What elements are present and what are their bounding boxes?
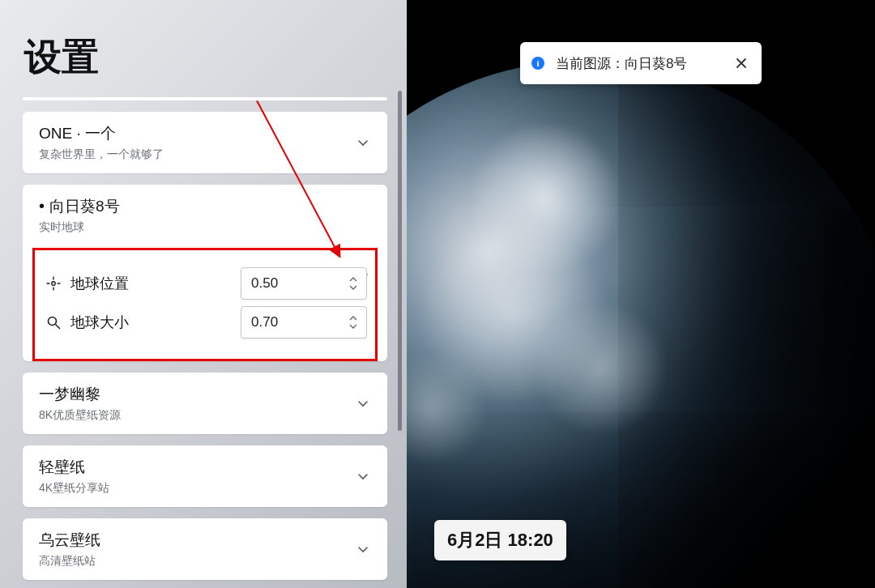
- source-title: 向日葵8号: [39, 196, 371, 217]
- scrollbar-thumb[interactable]: [398, 91, 402, 431]
- earth-position-input[interactable]: 0.50: [241, 267, 367, 300]
- settings-panel: 设置 ONE · 一个 复杂世界里，一个就够了 向日葵8号 实时地球: [0, 0, 407, 588]
- close-icon[interactable]: [734, 56, 749, 70]
- chevron-down-icon: [356, 136, 369, 149]
- source-item-himawari[interactable]: 向日葵8号 实时地球 地球位置 0.50: [23, 185, 387, 361]
- chevron-down-icon: [356, 470, 369, 483]
- stepper-icon[interactable]: [348, 275, 360, 292]
- svg-point-0: [52, 282, 55, 285]
- earth-size-label: 地球大小: [70, 313, 129, 332]
- crosshair-icon: [43, 275, 64, 292]
- source-subtitle: 高清壁纸站: [39, 554, 371, 569]
- source-list: ONE · 一个 复杂世界里，一个就够了 向日葵8号 实时地球: [23, 97, 387, 588]
- chevron-down-icon: [356, 397, 369, 410]
- current-source-toast: i 当前图源：向日葵8号: [520, 42, 762, 84]
- clock-badge: 6月2日 18:20: [434, 520, 566, 560]
- himawari-settings-group: 地球位置 0.50: [32, 248, 378, 361]
- magnifier-icon: [43, 314, 64, 330]
- scrollbar[interactable]: [398, 91, 402, 575]
- info-icon: i: [531, 57, 544, 70]
- setting-row-earth-size: 地球大小 0.70: [43, 305, 367, 339]
- source-item-ymyl[interactable]: 一梦幽黎 8K优质壁纸资源: [23, 373, 387, 434]
- source-subtitle: 8K优质壁纸资源: [39, 408, 371, 423]
- earth-position-value: 0.50: [251, 275, 278, 292]
- earth-position-label: 地球位置: [70, 274, 129, 293]
- setting-row-earth-position: 地球位置 0.50: [43, 266, 367, 300]
- earth-size-value: 0.70: [251, 314, 278, 330]
- source-title: 乌云壁纸: [39, 530, 371, 551]
- source-title: 轻壁纸: [39, 457, 371, 478]
- svg-point-1: [49, 317, 57, 326]
- source-item-qingbizhi[interactable]: 轻壁纸 4K壁纸分享站: [23, 445, 387, 507]
- earth-image: [407, 61, 875, 588]
- source-title: 一梦幽黎: [39, 384, 371, 405]
- list-top-divider: [23, 97, 387, 100]
- source-item-wuyun[interactable]: 乌云壁纸 高清壁纸站: [23, 518, 387, 580]
- toast-text: 当前图源：向日葵8号: [556, 54, 687, 73]
- chevron-down-icon: [356, 543, 369, 556]
- stepper-icon[interactable]: [348, 313, 360, 331]
- source-title: ONE · 一个: [39, 123, 371, 144]
- source-subtitle: 4K壁纸分享站: [39, 481, 371, 496]
- page-title: 设置: [0, 0, 407, 102]
- wallpaper-preview: i 当前图源：向日葵8号 6月2日 18:20: [407, 0, 875, 588]
- source-subtitle: 复杂世界里，一个就够了: [39, 147, 371, 162]
- earth-size-input[interactable]: 0.70: [241, 306, 367, 339]
- source-item-one[interactable]: ONE · 一个 复杂世界里，一个就够了: [23, 112, 387, 173]
